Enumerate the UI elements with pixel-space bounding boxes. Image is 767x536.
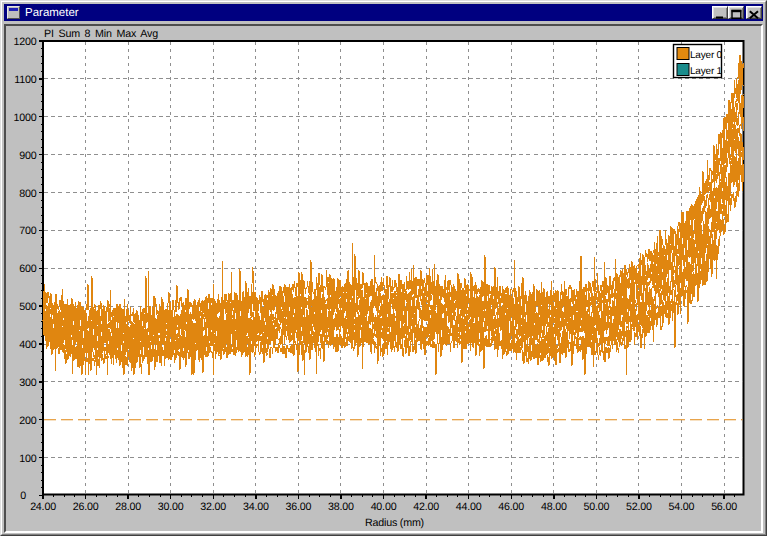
svg-text:Layer 0: Layer 0: [690, 50, 723, 61]
svg-text:28.00: 28.00: [115, 501, 141, 513]
svg-text:1100: 1100: [14, 74, 36, 86]
svg-text:54.00: 54.00: [669, 501, 695, 513]
svg-text:400: 400: [19, 339, 36, 351]
svg-text:Layer 1: Layer 1: [690, 66, 723, 77]
svg-text:50.00: 50.00: [583, 501, 609, 513]
svg-text:34.00: 34.00: [243, 501, 269, 513]
svg-text:900: 900: [19, 150, 36, 162]
svg-text:200: 200: [19, 415, 36, 427]
svg-text:46.00: 46.00: [498, 501, 524, 513]
svg-text:500: 500: [19, 301, 36, 313]
svg-text:0: 0: [20, 490, 26, 502]
svg-text:PI Sum 8 Min Max Avg: PI Sum 8 Min Max Avg: [44, 28, 158, 40]
svg-text:300: 300: [19, 377, 36, 389]
svg-text:30.00: 30.00: [158, 501, 184, 513]
svg-text:26.00: 26.00: [73, 501, 99, 513]
svg-text:100: 100: [19, 453, 36, 465]
svg-text:32.00: 32.00: [200, 501, 226, 513]
svg-text:48.00: 48.00: [541, 501, 567, 513]
svg-text:42.00: 42.00: [413, 501, 439, 513]
svg-text:36.00: 36.00: [286, 501, 312, 513]
svg-text:1200: 1200: [14, 36, 37, 48]
svg-text:600: 600: [19, 263, 36, 275]
svg-text:40.00: 40.00: [371, 501, 397, 513]
svg-text:Radius (mm): Radius (mm): [365, 517, 424, 529]
svg-text:700: 700: [19, 225, 36, 237]
svg-text:56.00: 56.00: [711, 501, 737, 513]
svg-text:52.00: 52.00: [626, 501, 652, 513]
svg-text:24.00: 24.00: [30, 501, 56, 513]
svg-text:44.00: 44.00: [456, 501, 482, 513]
svg-text:38.00: 38.00: [328, 501, 354, 513]
svg-text:1000: 1000: [14, 112, 37, 124]
svg-text:800: 800: [19, 188, 36, 200]
